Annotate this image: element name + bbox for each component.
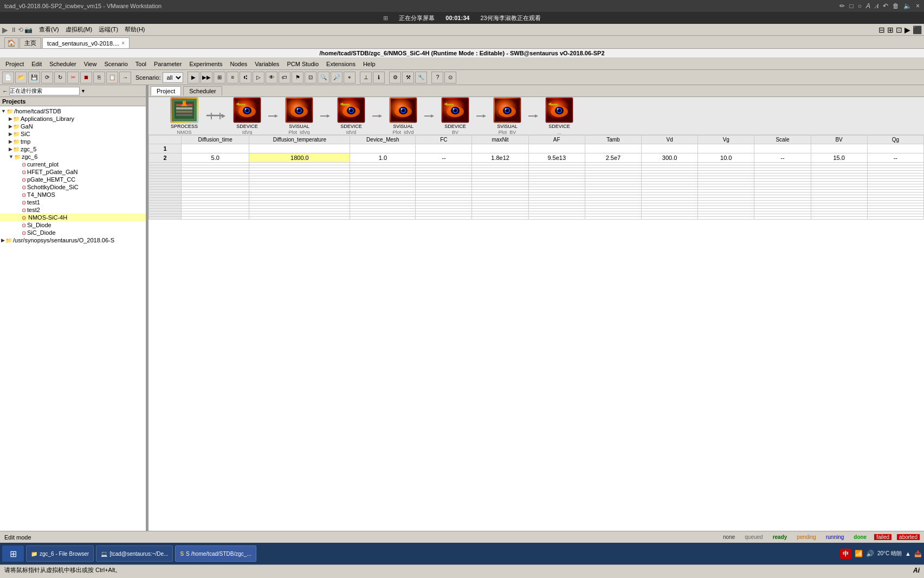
tb-zoom-in[interactable]: 🔍 [318, 72, 329, 84]
tb-open[interactable]: 📂 [15, 72, 27, 84]
tb-new[interactable]: 📄 [2, 72, 14, 84]
vm-icon-1[interactable]: ⊟ [878, 25, 885, 34]
input-method[interactable]: 中 [840, 549, 851, 559]
cell-1-vd[interactable] [642, 144, 698, 153]
menu-experiments[interactable]: Experiments [186, 60, 225, 68]
expand-icon-zgc5[interactable]: ▶ [9, 146, 12, 152]
tree-item-nmos[interactable]: ⊙ NMOS-SiC-4H [0, 214, 146, 221]
cell-1-scale[interactable] [754, 144, 811, 153]
tb-flag[interactable]: ⚑ [292, 72, 303, 84]
cell-2-tamb[interactable]: 2.5e7 [585, 153, 641, 163]
tree-item-applib[interactable]: ▶ 📁 Applications_Library [0, 115, 146, 123]
tree-item-sic[interactable]: ▶ 📁 SiC [0, 130, 146, 138]
tb-tools3[interactable]: 🔧 [415, 72, 427, 84]
vmware-menu-items[interactable]: 查看(V) 虚拟机(M) 远端(T) 帮助(H) [36, 24, 148, 35]
tb-tools1[interactable]: ⚙ [389, 72, 401, 84]
menu-edit[interactable]: Edit [28, 60, 45, 68]
vmware-btn-edit[interactable]: ✏ [839, 2, 845, 10]
tab-scheduler[interactable]: Scheduler [183, 86, 222, 95]
svisual2-icon[interactable] [389, 97, 417, 123]
tb-play-group[interactable]: ▷ [253, 72, 264, 84]
col-bv[interactable]: BV [811, 136, 867, 144]
sdevice4-icon[interactable] [545, 97, 573, 123]
cell-1-dtemp[interactable] [249, 144, 350, 153]
tb-split[interactable]: ⊥ [360, 72, 372, 84]
cell-1-af[interactable] [528, 144, 585, 153]
menu-scenario[interactable]: Scenario [101, 60, 131, 68]
tb-zoom-custom[interactable]: ⌖ [344, 72, 356, 84]
swb-menu-items[interactable]: Project Edit Scheduler View Scenario Too… [2, 60, 379, 68]
col-vd[interactable]: Vd [642, 136, 698, 144]
tb-arrow[interactable]: → [119, 72, 131, 84]
tb-cut[interactable]: ✂ [67, 72, 79, 84]
tool-sdevice4[interactable]: SDEVICE ... [541, 97, 578, 135]
tree-item-test2[interactable]: ⊙ test2 [0, 206, 146, 214]
tree-item-gan[interactable]: ▶ 📁 GaN [0, 123, 146, 130]
col-fc[interactable]: FC [416, 136, 472, 144]
cell-2-fc[interactable]: -- [416, 153, 472, 163]
cell-2-scale[interactable]: -- [754, 153, 811, 163]
menu-nodes[interactable]: Nodes [227, 60, 251, 68]
vmware-btn-trash[interactable]: 🗑 [893, 2, 899, 10]
expand-icon-usr[interactable]: ▶ [1, 237, 5, 243]
search-input[interactable] [9, 87, 80, 95]
menu-remote[interactable]: 远端(T) [95, 24, 121, 35]
menu-variables[interactable]: Variables [251, 60, 282, 68]
expand-icon-sic[interactable]: ▶ [9, 131, 12, 137]
menu-view[interactable]: View [81, 60, 100, 68]
tb-stop[interactable]: ⏹ [80, 72, 92, 84]
tab-close-icon[interactable]: × [121, 40, 125, 46]
tb-run1[interactable]: ▶ [188, 72, 199, 84]
tb-run2[interactable]: ▶▶ [201, 72, 212, 84]
vmware-btn-restore[interactable]: □ [849, 2, 853, 10]
vmware-title-right[interactable]: ✏ □ ○ A 𝐴 ↶ 🗑 🔈 × [839, 2, 920, 10]
tool-sprocess[interactable]: SPROCESS NMOS [166, 97, 203, 135]
tree-item-currentplot[interactable]: ⊙ current_plot [0, 160, 146, 168]
expand-icon-applib[interactable]: ▶ [9, 116, 12, 121]
taskbar-file-browser[interactable]: 📁 zgc_6 - File Browser [26, 545, 94, 562]
tb-refresh[interactable]: ⟳ [41, 72, 53, 84]
vm-icon-2[interactable]: ⊞ [887, 25, 894, 34]
tab-main[interactable]: 主页 [20, 37, 41, 48]
tb-help[interactable]: ? [431, 72, 443, 84]
project-tree[interactable]: ▼ 📁 /home/tcad/STDB ▶ 📁 Applications_Lib… [0, 106, 146, 531]
tool-sdevice3[interactable]: SDEVICE BV [437, 97, 474, 135]
table-area[interactable]: Diffusion_time Diffusion_temperature Dev… [148, 135, 924, 531]
col-scale[interactable]: Scale [754, 136, 811, 144]
cell-2-dt[interactable]: 5.0 [182, 153, 249, 163]
taskbar-path[interactable]: S S /home/tcad/STDB/zgc_... [175, 545, 256, 562]
vmware-btn-close[interactable]: × [916, 2, 920, 10]
menu-help[interactable]: Help [360, 60, 379, 68]
sdevice2-icon[interactable] [337, 97, 365, 123]
menu-help[interactable]: 帮助(H) [121, 24, 148, 35]
vmware-btn-a2[interactable]: 𝐴 [875, 2, 878, 10]
home-icon[interactable]: 🏠 [4, 37, 18, 48]
tree-item-home[interactable]: ▼ 📁 /home/tcad/STDB [0, 107, 146, 115]
tb-copy[interactable]: ⎘ [93, 72, 105, 84]
vm-icon-3[interactable]: ⊡ [896, 25, 902, 34]
vmware-btn-a1[interactable]: A [866, 2, 870, 10]
cell-1-dt[interactable] [182, 144, 249, 153]
tab-project[interactable]: Project [151, 86, 181, 95]
notification-1[interactable]: ▲ [905, 550, 911, 557]
expand-icon-zgc6[interactable]: ▼ [9, 154, 14, 159]
tree-item-usr[interactable]: ▶ 📁 /usr/synopsys/sentaurus/O_2018.06-S [0, 236, 146, 244]
svisual3-icon[interactable] [493, 97, 521, 123]
tb-branch[interactable]: ⑆ [240, 72, 251, 84]
svisual1-icon[interactable] [285, 97, 313, 123]
tb-info2[interactable]: ⊙ [444, 72, 456, 84]
vmware-toolbar-icons[interactable]: ⊟ ⊞ ⊡ ▶ ⬛ [878, 25, 922, 34]
tb-tag[interactable]: 🏷 [279, 72, 290, 84]
menu-parameter[interactable]: Parameter [151, 60, 185, 68]
col-af[interactable]: AF [528, 136, 585, 144]
menu-tool[interactable]: Tool [132, 60, 150, 68]
cell-2-qg[interactable]: -- [867, 153, 923, 163]
taskbar-terminal[interactable]: 💻 [tcad@sentaurus:~/De... [96, 545, 173, 562]
menu-project[interactable]: Project [2, 60, 27, 68]
tree-item-sicdiode[interactable]: ⊙ SiC_Diode [0, 229, 146, 236]
vmware-btn-undo[interactable]: ↶ [883, 2, 888, 10]
tree-item-tmp[interactable]: ▶ 📁 tmp [0, 138, 146, 145]
scenario-dropdown[interactable]: all [163, 72, 183, 83]
col-tamb[interactable]: Tamb [585, 136, 641, 144]
sdevice1-icon[interactable] [233, 97, 261, 123]
